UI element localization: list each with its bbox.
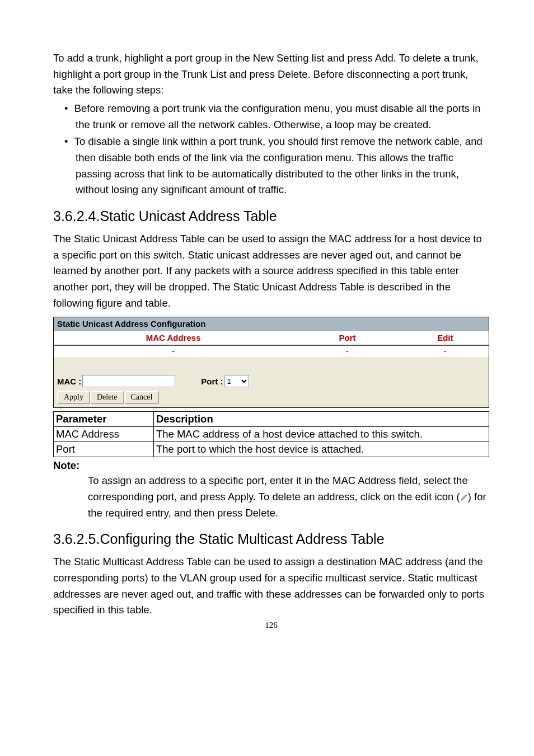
pencil-icon	[460, 491, 468, 503]
note-body: To assign an address to a specific port,…	[88, 473, 489, 521]
cell-port: -	[293, 345, 401, 357]
static-unicast-paragraph: The Static Unicast Address Table can be …	[53, 231, 489, 311]
parameter-table: Parameter Description MAC Address The MA…	[53, 411, 489, 457]
intro-paragraph: To add a trunk, highlight a port group i…	[53, 50, 489, 98]
port-select[interactable]: 1	[224, 375, 249, 387]
param-header: Parameter	[54, 412, 154, 427]
config-title: Static Unicast Address Configuration	[54, 317, 489, 331]
heading-static-unicast: 3.6.2.4.Static Unicast Address Table	[53, 208, 489, 224]
config-screenshot: Static Unicast Address Configuration MAC…	[53, 317, 489, 408]
heading-static-multicast: 3.6.2.5.Configuring the Static Multicast…	[53, 531, 489, 547]
mac-input[interactable]	[82, 375, 175, 387]
cancel-button[interactable]: Cancel	[124, 391, 160, 404]
delete-button[interactable]: Delete	[90, 391, 124, 404]
desc-port: The port to which the host device is att…	[153, 442, 489, 457]
mac-label: MAC :	[57, 377, 81, 386]
apply-button[interactable]: Apply	[57, 391, 90, 404]
page-number: 126	[53, 621, 489, 630]
cell-edit: -	[402, 345, 489, 357]
bullet-2: To disable a single link within a port t…	[53, 134, 489, 198]
note-text-before: To assign an address to a specific port,…	[88, 475, 468, 503]
config-table: MAC Address Port Edit - - -	[54, 331, 489, 357]
col-edit: Edit	[402, 331, 489, 345]
note-label: Note:	[53, 459, 489, 472]
desc-mac: The MAC address of a host device attache…	[153, 427, 489, 442]
port-label: Port :	[201, 377, 223, 386]
param-port: Port	[54, 442, 154, 457]
col-mac-address: MAC Address	[54, 331, 293, 345]
bullet-1: Before removing a port trunk via the con…	[53, 101, 489, 133]
param-mac: MAC Address	[54, 427, 154, 442]
desc-header: Description	[153, 412, 489, 427]
steps-list: Before removing a port trunk via the con…	[53, 101, 489, 198]
static-multicast-paragraph: The Static Multicast Address Table can b…	[53, 554, 489, 618]
col-port: Port	[293, 331, 401, 345]
cell-mac: -	[54, 345, 293, 357]
config-form: MAC : Port : 1 Apply Delete Cancel	[54, 357, 489, 407]
